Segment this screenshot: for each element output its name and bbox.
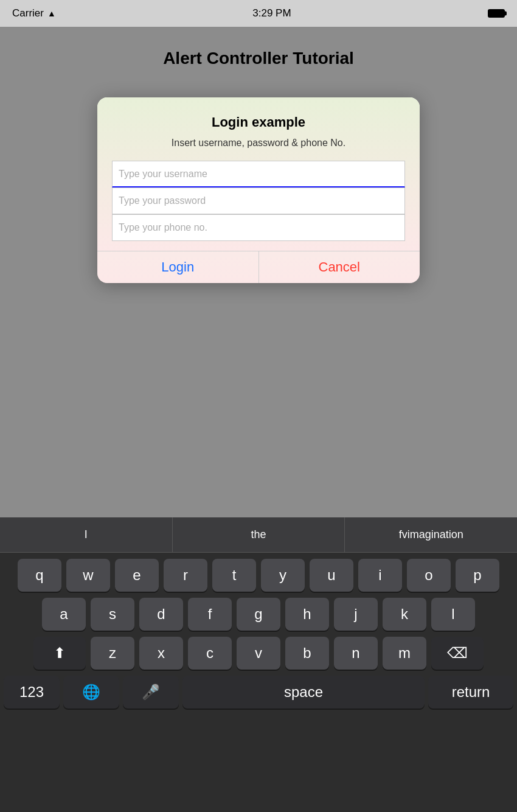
carrier-info: Carrier ▲: [12, 7, 56, 19]
login-button[interactable]: Login: [97, 251, 259, 283]
shift-key[interactable]: ⬆: [33, 637, 86, 670]
numbers-key[interactable]: 123: [4, 676, 60, 709]
key-l[interactable]: l: [431, 598, 475, 631]
key-z[interactable]: z: [91, 637, 134, 670]
phone-input[interactable]: [112, 214, 405, 241]
key-x[interactable]: x: [139, 637, 183, 670]
key-e[interactable]: e: [115, 559, 159, 592]
space-key[interactable]: space: [182, 676, 425, 709]
backspace-key[interactable]: ⌫: [431, 637, 484, 670]
key-row-4: 123 🌐 🎤 space return: [4, 676, 513, 709]
key-w[interactable]: w: [66, 559, 110, 592]
key-u[interactable]: u: [310, 559, 353, 592]
key-row-3: ⬆ z x c v b n m ⌫: [4, 637, 513, 670]
carrier-label: Carrier: [12, 7, 44, 19]
suggestion-3[interactable]: fvimagination: [345, 517, 517, 552]
page-title: Alert Controller Tutorial: [163, 49, 354, 68]
app-area: Alert Controller Tutorial Login example …: [0, 27, 517, 517]
dialog-buttons: Login Cancel: [97, 251, 420, 283]
keyboard: I the fvimagination q w e r t y u i o p …: [0, 517, 517, 812]
key-row-2: a s d f g h j k l: [4, 598, 513, 631]
time-display: 3:29 PM: [252, 7, 291, 19]
key-k[interactable]: k: [383, 598, 426, 631]
key-s[interactable]: s: [91, 598, 134, 631]
key-b[interactable]: b: [285, 637, 329, 670]
key-c[interactable]: c: [188, 637, 232, 670]
username-input[interactable]: [112, 161, 405, 187]
key-m[interactable]: m: [383, 637, 426, 670]
key-o[interactable]: o: [407, 559, 451, 592]
key-i[interactable]: i: [358, 559, 402, 592]
alert-content: Login example Insert username, password …: [97, 97, 420, 251]
key-t[interactable]: t: [212, 559, 256, 592]
key-a[interactable]: a: [42, 598, 86, 631]
key-f[interactable]: f: [188, 598, 232, 631]
key-p[interactable]: p: [456, 559, 499, 592]
keys-area: q w e r t y u i o p a s d f g h j k l ⬆ …: [0, 553, 517, 711]
key-v[interactable]: v: [237, 637, 280, 670]
wifi-icon: ▲: [47, 9, 56, 18]
key-r[interactable]: r: [164, 559, 207, 592]
key-h[interactable]: h: [285, 598, 329, 631]
return-key[interactable]: return: [428, 676, 513, 709]
alert-dialog: Login example Insert username, password …: [97, 97, 420, 283]
key-q[interactable]: q: [18, 559, 61, 592]
globe-key[interactable]: 🌐: [63, 676, 119, 709]
suggestion-1[interactable]: I: [0, 517, 173, 552]
suggestion-2[interactable]: the: [173, 517, 345, 552]
battery-indicator: [488, 9, 505, 18]
key-row-1: q w e r t y u i o p: [4, 559, 513, 592]
input-fields: [112, 161, 405, 241]
cancel-button[interactable]: Cancel: [259, 251, 420, 283]
suggestions-bar: I the fvimagination: [0, 517, 517, 553]
key-g[interactable]: g: [237, 598, 280, 631]
dialog-message: Insert username, password & phone No.: [112, 136, 405, 150]
dialog-title: Login example: [112, 114, 405, 130]
mic-key[interactable]: 🎤: [123, 676, 179, 709]
key-d[interactable]: d: [139, 598, 183, 631]
status-bar: Carrier ▲ 3:29 PM: [0, 0, 517, 27]
key-n[interactable]: n: [334, 637, 378, 670]
key-j[interactable]: j: [334, 598, 378, 631]
password-input[interactable]: [112, 187, 405, 214]
key-y[interactable]: y: [261, 559, 305, 592]
battery-icon: [488, 9, 505, 18]
